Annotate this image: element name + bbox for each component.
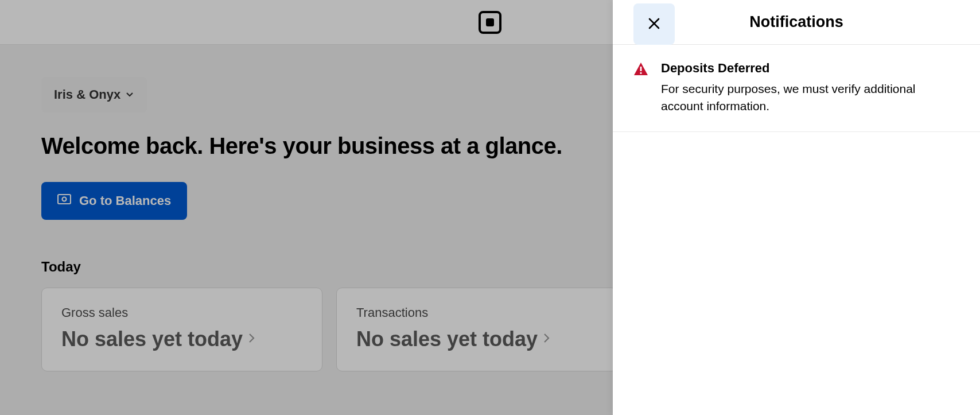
notifications-panel: Notifications Deposits Deferred For secu… [613,0,980,415]
close-button[interactable] [633,3,675,45]
card-label: Transactions [356,305,597,320]
card-label: Gross sales [61,305,302,320]
svg-rect-5 [640,72,642,74]
alert-triangle-icon [633,62,648,115]
transactions-card[interactable]: Transactions No sales yet today [336,288,617,371]
notification-item[interactable]: Deposits Deferred For security purposes,… [613,45,980,132]
chevron-right-icon [248,332,255,346]
cash-icon [57,193,71,208]
business-selector[interactable]: Iris & Onyx [41,77,147,113]
close-icon [648,17,660,32]
svg-point-1 [63,197,67,201]
card-value: No sales yet today [61,327,243,351]
button-label: Go to Balances [79,193,171,208]
svg-rect-0 [58,195,71,204]
square-logo-icon[interactable] [479,11,501,34]
notification-title: Deposits Deferred [661,61,959,76]
go-to-balances-button[interactable]: Go to Balances [41,182,187,220]
chevron-right-icon [543,332,550,346]
business-name: Iris & Onyx [54,87,120,102]
svg-rect-4 [640,67,642,71]
card-value: No sales yet today [356,327,538,351]
notification-body: For security purposes, we must verify ad… [661,80,959,115]
gross-sales-card[interactable]: Gross sales No sales yet today [41,288,322,371]
notifications-header: Notifications [613,0,980,45]
chevron-down-icon [125,87,134,102]
